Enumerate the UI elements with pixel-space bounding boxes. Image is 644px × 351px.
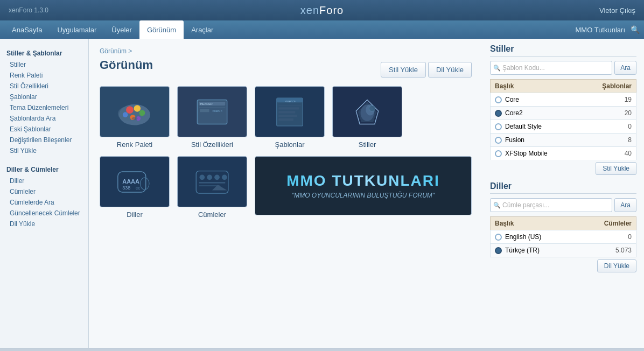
grid-item-renk-paleti[interactable]: Renk Paleti — [100, 86, 170, 149]
sidebar-link-cumleler[interactable]: Cümleler — [0, 186, 88, 197]
svg-point-38 — [214, 174, 220, 180]
default-count: 0 — [628, 123, 632, 130]
sidebar-link-guncellenecek[interactable]: Güncellenecek Cümleler — [0, 208, 88, 219]
nav-anasayfa[interactable]: AnaSayfa — [4, 20, 50, 39]
radio-english[interactable] — [495, 234, 502, 241]
svg-point-37 — [207, 174, 212, 180]
sidebar-link-sablonlar[interactable]: Şablonlar — [0, 92, 88, 102]
fusion-name: Fusion — [505, 136, 524, 144]
panel-stil-yukle-button[interactable]: Stil Yükle — [596, 162, 636, 175]
search-icon[interactable]: 🔍 — [631, 25, 640, 34]
sidebar-link-tema[interactable]: Tema Düzenlemeleri — [0, 102, 88, 113]
dil-yukle-button[interactable]: Dil Yükle — [428, 62, 472, 78]
sidebar-link-sablonlarda-ara[interactable]: Şablonlarda Ara — [0, 113, 88, 124]
turkce-count: 5.073 — [615, 247, 632, 254]
sidebar-link-degistirilen[interactable]: Değiştirilen Bileşenler — [0, 135, 88, 145]
logo-xen: xen — [300, 4, 319, 16]
stiller-row-fusion[interactable]: Fusion 8 — [490, 133, 636, 146]
diller-search-button[interactable]: Ara — [614, 198, 636, 212]
grid-label-cumleler: Cümleler — [198, 210, 226, 219]
turkce-name: Türkçe (TR) — [505, 247, 540, 254]
svg-text:338: 338 — [122, 185, 130, 191]
svg-text:HEADER: HEADER — [200, 102, 213, 106]
core-name: Core — [505, 96, 519, 103]
grid-label-stil-ozellikleri: Stil Özellikleri — [191, 141, 233, 149]
svg-point-5 — [123, 112, 128, 117]
svg-point-3 — [134, 105, 141, 111]
logo-foro: Foro — [319, 4, 344, 16]
content: Görünüm > Görünüm Stil Yükle Dil Yükle — [89, 39, 482, 348]
footer: Forum software by XenForo™ ©2010-2014 Xe… — [0, 348, 644, 351]
breadcrumb: Görünüm > — [100, 47, 472, 55]
grid-item-sablonlar[interactable]: <xen:> Şablonlar — [255, 86, 325, 149]
nav-araclar[interactable]: Araçlar — [184, 20, 221, 39]
svg-point-4 — [139, 110, 145, 116]
stiller-search-input[interactable] — [490, 61, 612, 75]
sidebar-link-eski-sablonlar[interactable]: Eski Şablonlar — [0, 124, 88, 135]
grid-row-2: AAAA 338 cc Diller — [100, 156, 472, 219]
dil-col-cumleler: Cümleler — [604, 220, 632, 227]
sidebar-link-cumlelerde-ara[interactable]: Cümlelerde Ara — [0, 197, 88, 208]
sidebar-link-dil-yukle[interactable]: Dil Yükle — [0, 219, 88, 229]
grid-item-cumleler[interactable]: Cümleler — [177, 156, 247, 219]
sidebar-link-stiller[interactable]: Stiller — [0, 59, 88, 70]
stil-yukle-button[interactable]: Stil Yükle — [381, 62, 426, 78]
nav-left: AnaSayfa Uygulamalar Üyeler Görünüm Araç… — [4, 20, 221, 39]
nav-uygulamalar[interactable]: Uygulamalar — [50, 20, 104, 39]
nav-mmo-link[interactable]: MMO Tutkunları — [576, 26, 625, 34]
xfstop-name: XFStop Mobile — [505, 150, 548, 157]
diller-search-icon: 🔍 — [493, 202, 501, 209]
grid-label-diller: Diller — [127, 210, 143, 219]
stiller-row-core[interactable]: Core 19 — [490, 93, 636, 106]
grid-label-sablonlar: Şablonlar — [275, 141, 305, 149]
svg-text:AAAA: AAAA — [122, 178, 139, 185]
svg-point-2 — [126, 106, 134, 114]
stiller-row-default[interactable]: Default Style 0 — [490, 120, 636, 133]
stiller-search-button[interactable]: Ara — [614, 61, 636, 75]
stiller-search-icon: 🔍 — [493, 65, 501, 72]
sidebar-link-diller[interactable]: Diller — [0, 176, 88, 186]
diller-search-input[interactable] — [490, 198, 612, 212]
grid-item-stiller[interactable]: Stiller — [332, 86, 402, 149]
stiller-row-xfstop[interactable]: XFStop Mobile 40 — [490, 146, 636, 160]
right-panel: Stiller 🔍 Ara Başlık Şablonlar Core 19 C… — [482, 39, 644, 348]
sidebar: Stiller & Şablonlar Stiller Renk Paleti … — [0, 39, 89, 348]
panel-stiller-title: Stiller — [490, 44, 636, 57]
diller-row-turkce[interactable]: Türkçe (TR) 5.073 — [490, 243, 636, 257]
svg-point-36 — [199, 174, 205, 180]
diller-row-english[interactable]: English (US) 0 — [490, 230, 636, 243]
nav-uyeler[interactable]: Üyeler — [104, 20, 139, 39]
dil-col-baslik: Başlık — [495, 220, 514, 227]
stiller-search-row: 🔍 Ara — [490, 61, 636, 75]
svg-point-39 — [222, 174, 227, 180]
grid-label-stiller: Stiller — [359, 141, 376, 149]
radio-default[interactable] — [495, 123, 502, 130]
grid-item-diller[interactable]: AAAA 338 cc Diller — [100, 156, 170, 219]
diller-search-row: 🔍 Ara — [490, 198, 636, 212]
banner-text-sub: "MMO OYUNCULARININ BULUŞTUĞU FORUM" — [292, 192, 435, 199]
radio-core2[interactable] — [495, 110, 502, 117]
english-count: 0 — [628, 233, 632, 241]
radio-fusion[interactable] — [495, 137, 502, 144]
diller-table-header: Başlık Cümleler — [490, 216, 636, 230]
grid-item-stil-ozellikleri[interactable]: HEADER <xen:> Stil Özellikleri — [177, 86, 247, 149]
nav-gorunum[interactable]: Görünüm — [139, 20, 184, 39]
radio-turkce[interactable] — [495, 247, 502, 254]
radio-core[interactable] — [495, 96, 502, 103]
svg-rect-13 — [200, 109, 209, 112]
user-label[interactable]: Vietor Çıkış — [599, 6, 635, 15]
svg-rect-22 — [278, 111, 295, 113]
panel-dil-yukle-button[interactable]: Dil Yükle — [597, 259, 636, 272]
svg-rect-14 — [200, 114, 215, 116]
sidebar-link-renk-paleti[interactable]: Renk Paleti — [0, 70, 88, 81]
app-version: xenForo 1.3.0 — [9, 6, 48, 14]
sidebar-link-stil-yukle[interactable]: Stil Yükle — [0, 145, 88, 156]
page-title: Görünüm — [100, 58, 153, 72]
default-name: Default Style — [505, 123, 542, 130]
mmo-banner: MMO TUTKUNLARI "MMO OYUNCULARININ BULUŞT… — [255, 156, 472, 215]
sidebar-link-stil-ozellikleri[interactable]: Stil Özellikleri — [0, 81, 88, 92]
svg-text:<xen:>: <xen:> — [285, 99, 296, 102]
radio-xfstop[interactable] — [495, 150, 502, 157]
stiller-row-core2[interactable]: Core2 20 — [490, 106, 636, 120]
svg-rect-15 — [200, 117, 211, 120]
